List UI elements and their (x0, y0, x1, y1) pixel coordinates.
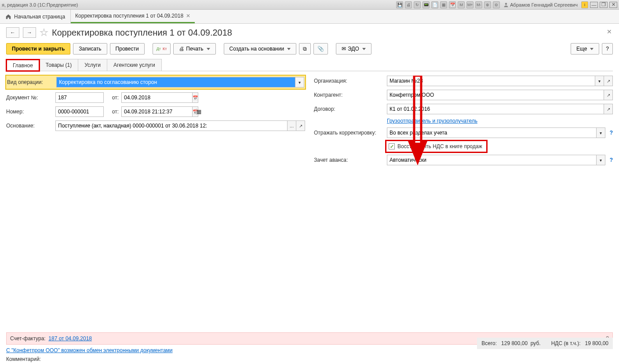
mminus-icon[interactable]: M- (475, 1, 482, 8)
vat-label: НДС (в т.ч.): (551, 340, 581, 346)
printer-icon: 🖨 (179, 46, 184, 52)
m-icon[interactable]: M (458, 1, 465, 8)
zoom-out-icon[interactable]: ⊖ (493, 1, 500, 8)
invoice-link[interactable]: 187 от 04.09.2018 (48, 335, 92, 342)
main-form: Вид операции: ▾ Документ №: от: 📅 Номер:… (0, 71, 619, 173)
post-button[interactable]: Провести (110, 43, 145, 55)
save-icon[interactable]: 💾 (396, 1, 403, 8)
doc-number-row: Документ №: от: 📅 (6, 92, 305, 103)
restore-vat-label: Восстановить НДС в книге продаж (397, 143, 482, 149)
restore-vat-checkbox[interactable]: ✓ Восстановить НДС в книге продаж (389, 143, 482, 149)
tab-agent-services[interactable]: Агентские услуги (107, 59, 162, 71)
reflect-help-icon[interactable]: ? (610, 130, 613, 136)
operation-type-dropdown-button[interactable]: ▾ (295, 77, 304, 87)
nav-back-button[interactable]: ← (6, 27, 19, 38)
shipper-row: Грузоотправитель и грузополучатель (314, 118, 613, 124)
maximize-button[interactable]: ❐ (600, 2, 608, 8)
zoom-in-icon[interactable]: ⊕ (484, 1, 491, 8)
number-datetime-field[interactable] (121, 106, 193, 117)
advance-field[interactable] (387, 155, 597, 165)
dtkt-button[interactable]: ДтКт (153, 43, 171, 55)
write-button[interactable]: Записать (73, 43, 107, 55)
advance-row: Зачет аванса: ▾ ? (314, 155, 613, 165)
help-button[interactable]: ? (602, 43, 613, 55)
print-button[interactable]: 🖨Печать (173, 43, 215, 55)
mplus-icon[interactable]: M+ (466, 1, 473, 8)
page-close-button[interactable]: ✕ (607, 28, 612, 35)
reflect-field[interactable] (387, 127, 597, 138)
app-title: я, редакция 3.0 (1С:Предприятие) (2, 2, 78, 7)
organization-open-button[interactable]: ↗ (604, 76, 613, 86)
contract-open-button[interactable]: ↗ (604, 104, 613, 114)
create-based-button[interactable]: Создать на основании (224, 43, 297, 55)
counterparty-open-button[interactable]: ↗ (604, 90, 613, 100)
shipper-link[interactable]: Грузоотправитель и грузополучатель (387, 118, 477, 124)
tab-goods[interactable]: Товары (1) (39, 59, 78, 71)
basis-field[interactable] (55, 120, 288, 131)
operation-type-field[interactable] (56, 77, 295, 87)
more-button[interactable]: Еще (571, 43, 599, 55)
edo-link[interactable]: С "Конфетпром ООО" возможен обмен электр… (6, 347, 173, 353)
doc-date-calendar-button[interactable]: 📅 (193, 92, 198, 103)
number-row: Номер: от: 📅 ▦ (6, 106, 305, 117)
advance-dropdown-button[interactable]: ▾ (597, 155, 605, 165)
minimize-button[interactable]: — (590, 2, 598, 8)
basis-label: Основание: (6, 123, 53, 129)
close-button[interactable]: ✕ (609, 2, 617, 8)
tab-services[interactable]: Услуги (78, 59, 107, 71)
invoice-label: Счет-фактура: (10, 335, 46, 342)
operation-type-label: Вид операции: (7, 79, 54, 85)
doc-date-field[interactable] (121, 92, 193, 103)
tab-home-label: Начальная страница (14, 14, 65, 20)
structure-button[interactable]: ⧉ (299, 43, 311, 55)
footer: Всего: 129 800,00 руб. НДС (в т.ч.): 19 … (0, 332, 619, 364)
form-right-column: Организация: ▾ ↗ Контрагент: ↗ Договор: … (314, 76, 613, 169)
doc-number-field[interactable] (55, 92, 104, 103)
edo-icon: ✉ (342, 46, 346, 52)
counterparty-field[interactable] (387, 90, 604, 100)
contract-field[interactable] (387, 104, 604, 114)
window-tabs: Начальная страница Корректировка поступл… (0, 10, 619, 24)
operation-type-row: Вид операции: ▾ (6, 76, 305, 89)
number-date-from-label: от: (106, 109, 119, 115)
comment-label: Комментарий: (6, 356, 41, 362)
contract-row: Договор: ↗ (314, 104, 613, 114)
nav-forward-button[interactable]: → (23, 27, 36, 38)
user-name: Абрамов Геннадий Сергеевич (510, 2, 578, 7)
system-titlebar: я, редакция 3.0 (1С:Предприятие) 💾 🖨 ↻ 📟… (0, 0, 619, 10)
edo-button[interactable]: ✉ЭДО (336, 43, 371, 55)
info-icon[interactable]: i (581, 1, 588, 8)
doc-icon[interactable]: 📄 (431, 1, 438, 8)
organization-row: Организация: ▾ ↗ (314, 76, 613, 86)
number-field[interactable] (55, 106, 104, 117)
basis-open-button[interactable]: ↗ (296, 120, 305, 131)
attach-button[interactable]: 📎 (313, 43, 328, 55)
paperclip-icon: 📎 (317, 46, 324, 52)
user-indicator[interactable]: Абрамов Геннадий Сергеевич (502, 2, 579, 7)
tab-close-icon[interactable]: ✕ (186, 13, 190, 19)
refresh-icon[interactable]: ↻ (414, 1, 421, 8)
reflect-label: Отражать корректировку: (314, 130, 384, 136)
organization-field[interactable] (387, 76, 595, 86)
total-value: 129 800,00 (501, 340, 528, 346)
toolbar: Провести и закрыть Записать Провести ДтК… (0, 41, 619, 59)
print-icon[interactable]: 🖨 (405, 1, 412, 8)
number-extra-button[interactable]: ▦ (196, 109, 201, 115)
contract-label: Договор: (314, 106, 384, 112)
favorite-star-icon[interactable] (40, 28, 48, 37)
tab-document[interactable]: Корректировка поступления 1 от 04.09.201… (71, 10, 195, 23)
advance-help-icon[interactable]: ? (610, 157, 613, 163)
calendar-icon[interactable]: 📅 (449, 1, 456, 8)
checkbox-icon: ✓ (389, 143, 395, 149)
reflect-dropdown-button[interactable]: ▾ (597, 127, 605, 138)
restore-vat-highlight: ✓ Восстановить НДС в книге продаж (387, 142, 486, 151)
tab-home[interactable]: Начальная страница (0, 10, 71, 23)
post-and-close-button[interactable]: Провести и закрыть (6, 43, 70, 55)
basis-more-button[interactable]: … (288, 120, 296, 131)
tab-main[interactable]: Главное (6, 59, 40, 71)
restore-vat-row: ✓ Восстановить НДС в книге продаж (314, 142, 613, 151)
counterparty-label: Контрагент: (314, 92, 384, 98)
grid-icon[interactable]: ▦ (440, 1, 447, 8)
organization-dropdown-button[interactable]: ▾ (595, 76, 604, 86)
calc-icon[interactable]: 📟 (422, 1, 430, 8)
